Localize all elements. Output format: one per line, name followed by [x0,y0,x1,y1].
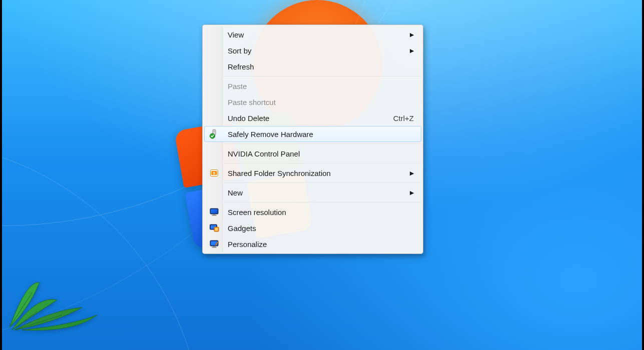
svg-rect-8 [213,214,216,215]
svg-rect-9 [212,215,217,216]
desktop-context-menu: View ▶ Sort by ▶ Refresh Paste Paste sho… [202,24,423,254]
chevron-right-icon: ▶ [410,170,414,176]
gadgets-icon [209,222,220,234]
menu-undo-delete[interactable]: Undo Delete Ctrl+Z [204,110,421,126]
menu-item-label: Safely Remove Hardware [228,130,414,138]
menu-item-label: Refresh [228,62,414,71]
menu-item-label: Sort by [228,46,410,55]
svg-rect-16 [213,246,216,247]
menu-item-label: NVIDIA Control Panel [228,150,414,158]
menu-separator [224,182,421,183]
menu-refresh[interactable]: Refresh [204,58,421,74]
chevron-right-icon: ▶ [410,190,414,196]
svg-rect-13 [215,228,218,231]
svg-rect-1 [214,130,215,132]
svg-rect-7 [211,210,218,214]
svg-rect-17 [212,247,217,248]
menu-item-label: Paste [228,82,414,90]
menu-separator [224,163,421,164]
menu-item-label: Screen resolution [228,208,414,216]
menu-view[interactable]: View ▶ [204,26,421,42]
menu-personalize[interactable]: Personalize [204,236,421,252]
menu-item-label: New [228,188,410,197]
safely-remove-icon [209,128,220,140]
chevron-right-icon: ▶ [410,32,414,38]
menu-shared-folder-sync[interactable]: S Shared Folder Synchronization ▶ [204,165,421,181]
menu-item-label: View [228,30,410,39]
svg-text:S: S [213,171,216,176]
menu-sort-by[interactable]: Sort by ▶ [204,42,421,58]
menu-separator [224,202,421,202]
menu-paste: Paste [204,78,421,94]
shared-folder-icon: S [209,168,220,178]
menu-item-label: Undo Delete [228,114,385,122]
wallpaper-leaves [7,265,107,335]
menu-safely-remove-hardware[interactable]: Safely Remove Hardware [204,126,421,142]
desktop[interactable]: View ▶ Sort by ▶ Refresh Paste Paste sho… [2,0,642,350]
menu-item-label: Personalize [228,240,414,248]
menu-item-label: Shared Folder Synchronization [228,169,410,178]
screen-resolution-icon [209,206,220,218]
menu-item-shortcut: Ctrl+Z [393,114,414,122]
menu-item-label: Paste shortcut [228,98,414,106]
menu-screen-resolution[interactable]: Screen resolution [204,204,421,220]
menu-nvidia-control-panel[interactable]: NVIDIA Control Panel [204,146,421,162]
chevron-right-icon: ▶ [410,48,414,54]
menu-separator [224,144,421,144]
menu-new[interactable]: New ▶ [204,184,421,200]
personalize-icon [209,238,220,250]
menu-gadgets[interactable]: Gadgets [204,220,421,236]
menu-paste-shortcut: Paste shortcut [204,94,421,110]
menu-item-label: Gadgets [228,224,414,232]
menu-separator [224,76,421,76]
